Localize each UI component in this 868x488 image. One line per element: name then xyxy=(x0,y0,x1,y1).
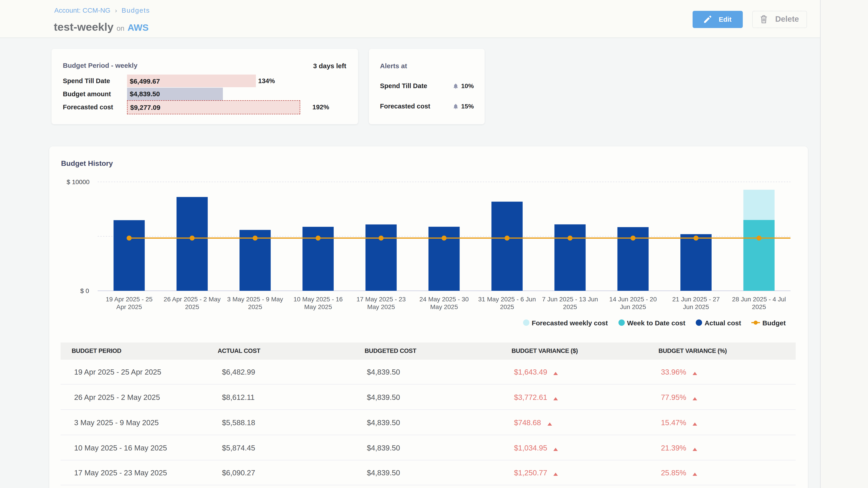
svg-text:10 May 2025 - 16May 2025: 10 May 2025 - 16May 2025 xyxy=(293,296,342,311)
svg-text:$ 10000: $ 10000 xyxy=(66,178,89,186)
svg-text:26 Apr 2025 - 2 May2025: 26 Apr 2025 - 2 May2025 xyxy=(163,296,220,311)
svg-text:19 Apr 2025 - 25Apr 2025: 19 Apr 2025 - 25Apr 2025 xyxy=(105,296,152,311)
svg-text:3 May 2025 - 9 May2025: 3 May 2025 - 9 May2025 xyxy=(227,296,283,311)
svg-text:7 Jun 2025 - 13 Jun2025: 7 Jun 2025 - 13 Jun2025 xyxy=(542,296,598,311)
svg-text:21 Jun 2025 - 27Jun 2025: 21 Jun 2025 - 27Jun 2025 xyxy=(672,296,719,311)
svg-text:24 May 2025 - 30May 2025: 24 May 2025 - 30May 2025 xyxy=(419,296,469,311)
svg-text:$ 0: $ 0 xyxy=(80,287,89,294)
svg-text:14 Jun 2025 - 20Jun 2025: 14 Jun 2025 - 20Jun 2025 xyxy=(609,296,656,311)
svg-text:28 Jun 2025 - 4 Jul2025: 28 Jun 2025 - 4 Jul2025 xyxy=(732,296,786,311)
svg-text:17 May 2025 - 23May 2025: 17 May 2025 - 23May 2025 xyxy=(356,296,405,311)
svg-text:31 May 2025 - 6 Jun2025: 31 May 2025 - 6 Jun2025 xyxy=(478,296,535,311)
